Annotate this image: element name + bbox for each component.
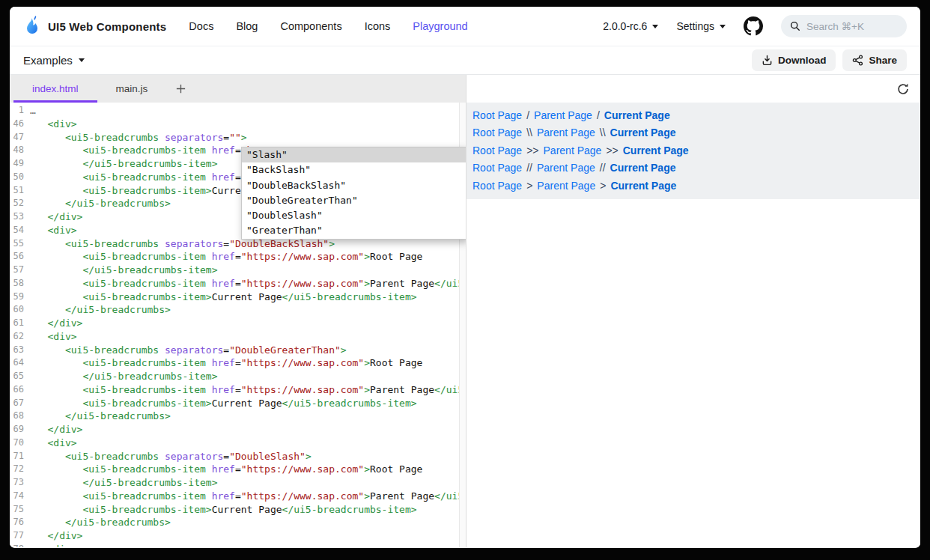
breadcrumb-link[interactable]: Root Page xyxy=(472,180,522,192)
breadcrumb-link[interactable]: Parent Page xyxy=(537,127,595,139)
breadcrumb-current-page: Current Page xyxy=(604,109,670,121)
autocomplete-option[interactable]: "GreaterThan" xyxy=(242,223,466,238)
share-button[interactable]: Share xyxy=(842,49,907,71)
code-line[interactable]: 56 <ui5-breadcrumbs-item href="https://w… xyxy=(10,250,466,264)
code-line[interactable]: 72 <ui5-breadcrumbs-item href="https://w… xyxy=(10,463,466,476)
breadcrumb-link[interactable]: Root Page xyxy=(472,109,522,121)
line-number: 1 xyxy=(10,104,30,118)
line-content: <ui5-breadcrumbs-item href="https://www.… xyxy=(30,463,422,476)
nav-item-blog[interactable]: Blog xyxy=(236,20,258,32)
breadcrumb-link[interactable]: Parent Page xyxy=(544,144,602,156)
line-content: <ui5-breadcrumbs-item href="https://www.… xyxy=(30,383,466,397)
version-dropdown[interactable]: 2.0.0-rc.6 xyxy=(603,20,658,32)
code-line[interactable]: 61 </div> xyxy=(10,317,466,330)
line-number: 73 xyxy=(10,476,30,490)
breadcrumb-link[interactable]: Parent Page xyxy=(537,162,595,174)
line-content: <div> xyxy=(30,543,77,547)
line-number: 70 xyxy=(10,436,30,450)
code-line[interactable]: 77 </div> xyxy=(10,529,466,543)
line-content: </div> xyxy=(30,317,82,330)
code-line[interactable]: 73 </ui5-breadcrumbs-item> xyxy=(10,476,466,490)
examples-dropdown[interactable]: Examples xyxy=(23,54,85,67)
code-line[interactable]: 75 <ui5-breadcrumbs-item>Current Page</u… xyxy=(10,503,466,517)
settings-dropdown[interactable]: Settings xyxy=(676,20,726,32)
breadcrumb-link[interactable]: Root Page xyxy=(472,162,522,174)
breadcrumb-row: Root Page>Parent Page>Current Page xyxy=(472,177,920,195)
code-line[interactable]: 68 </ui5-breadcrumbs> xyxy=(10,410,466,423)
autocomplete-option[interactable]: "DoubleBackSlash" xyxy=(242,178,466,193)
tab-index-html[interactable]: index.html xyxy=(13,75,97,103)
line-number: 51 xyxy=(10,184,30,198)
share-label: Share xyxy=(869,55,897,66)
nav-item-icons[interactable]: Icons xyxy=(365,20,391,32)
code-line[interactable]: 67 <ui5-breadcrumbs-item>Current Page</u… xyxy=(10,397,466,410)
flame-icon xyxy=(23,15,41,37)
line-content: <ui5-breadcrumbs-item href="https://www.… xyxy=(30,356,422,370)
breadcrumb-link[interactable]: Parent Page xyxy=(537,180,595,192)
code-line[interactable]: 64 <ui5-breadcrumbs-item href="https://w… xyxy=(10,356,466,370)
breadcrumb-link[interactable]: Root Page xyxy=(472,127,522,139)
line-content: <ui5-breadcrumbs-item>Current Page</ui5-… xyxy=(30,397,417,410)
tab-main-js[interactable]: main.js xyxy=(97,75,167,103)
download-button[interactable]: Download xyxy=(752,49,836,71)
autocomplete-option[interactable]: "BackSlash" xyxy=(242,162,466,177)
line-content: </ui5-breadcrumbs-item> xyxy=(30,476,217,490)
code-line[interactable]: 76 </ui5-breadcrumbs> xyxy=(10,516,466,529)
breadcrumb-separator: // xyxy=(526,162,532,174)
code-line[interactable]: 46 <div> xyxy=(10,118,466,131)
breadcrumb-separator: >> xyxy=(526,144,538,156)
line-content: </ui5-breadcrumbs-item> xyxy=(30,264,217,277)
breadcrumbs-demo-area: Root Page/Parent Page/Current PageRoot P… xyxy=(466,103,920,199)
breadcrumb-separator: > xyxy=(600,180,606,192)
line-number: 53 xyxy=(10,210,30,224)
code-line[interactable]: 58 <ui5-breadcrumbs-item href="https://w… xyxy=(10,277,466,290)
code-line[interactable]: 78 <div> xyxy=(10,543,466,547)
code-line[interactable]: 65 </ui5-breadcrumbs-item> xyxy=(10,370,466,383)
breadcrumb-link[interactable]: Parent Page xyxy=(534,109,592,121)
autocomplete-option[interactable]: "Slash" xyxy=(242,147,466,162)
search-placeholder: Search ⌘+K xyxy=(806,20,864,32)
add-tab-button[interactable] xyxy=(166,75,195,103)
code-line[interactable]: 1… xyxy=(10,104,466,118)
download-label: Download xyxy=(778,55,827,66)
settings-label: Settings xyxy=(676,20,714,32)
autocomplete-option[interactable]: "DoubleGreaterThan" xyxy=(242,193,466,208)
line-content: </ui5-breadcrumbs-item> xyxy=(30,370,217,383)
autocomplete-option[interactable]: "DoubleSlash" xyxy=(242,208,466,223)
search-icon xyxy=(790,21,800,31)
breadcrumb-link[interactable]: Root Page xyxy=(472,144,522,156)
brand[interactable]: UI5 Web Components xyxy=(23,15,166,37)
breadcrumb-separator: / xyxy=(526,109,529,121)
code-line[interactable]: 59 <ui5-breadcrumbs-item>Current Page</u… xyxy=(10,290,466,304)
code-line[interactable]: 66 <ui5-breadcrumbs-item href="https://w… xyxy=(10,383,466,397)
nav-item-components[interactable]: Components xyxy=(280,20,341,32)
line-content: <ui5-breadcrumbs-item href="https://www.… xyxy=(30,490,466,503)
nav-item-playground[interactable]: Playground xyxy=(413,20,467,32)
code-line[interactable]: 47 <ui5-breadcrumbs separators=""> xyxy=(10,131,466,144)
nav-item-docs[interactable]: Docs xyxy=(189,20,213,32)
github-icon[interactable] xyxy=(744,16,763,36)
code-line[interactable]: 57 </ui5-breadcrumbs-item> xyxy=(10,264,466,277)
breadcrumb-separator: \\ xyxy=(526,127,532,139)
code-line[interactable]: 71 <ui5-breadcrumbs separators="DoubleSl… xyxy=(10,450,466,463)
refresh-icon[interactable] xyxy=(896,82,910,96)
line-number: 50 xyxy=(10,171,30,184)
line-number: 46 xyxy=(10,118,30,131)
code-line[interactable]: 63 <ui5-breadcrumbs separators="DoubleGr… xyxy=(10,344,466,357)
breadcrumb-current-page: Current Page xyxy=(610,180,676,192)
share-icon xyxy=(852,55,863,66)
code-line[interactable]: 70 <div> xyxy=(10,436,466,450)
chevron-down-icon xyxy=(652,25,658,28)
breadcrumb-row: Root Page>>Parent Page>>Current Page xyxy=(472,141,920,159)
code-line[interactable]: 74 <ui5-breadcrumbs-item href="https://w… xyxy=(10,490,466,503)
chevron-down-icon xyxy=(79,58,85,62)
code-line[interactable]: 60 </ui5-breadcrumbs> xyxy=(10,303,466,317)
line-number: 56 xyxy=(10,250,30,264)
download-icon xyxy=(762,55,773,66)
code-line[interactable]: 69 </div> xyxy=(10,423,466,436)
breadcrumb-separator: >> xyxy=(606,144,618,156)
line-content: </ui5-breadcrumbs> xyxy=(30,197,171,210)
search-input[interactable]: Search ⌘+K xyxy=(781,15,907,37)
examples-label: Examples xyxy=(23,54,73,67)
code-line[interactable]: 62 <div> xyxy=(10,330,466,344)
